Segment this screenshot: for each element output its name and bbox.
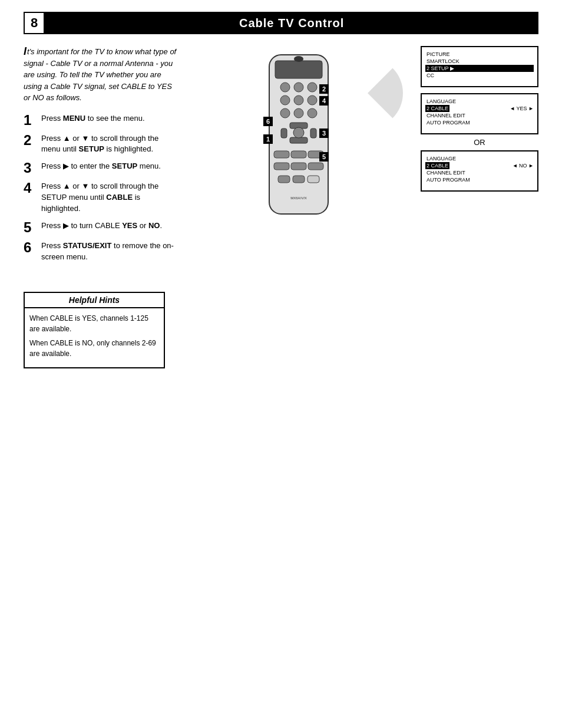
no-channel-edit: CHANNEL EDIT xyxy=(425,169,534,176)
step-2: 2 Press ▲ or ▼ to scroll through the men… xyxy=(24,133,177,156)
svg-text:5: 5 xyxy=(322,153,326,160)
svg-text:4: 4 xyxy=(322,97,326,104)
svg-point-11 xyxy=(308,108,317,118)
instructions-column: It's important for the TV to know what t… xyxy=(24,46,177,268)
no-cable-value: ◄ NO ► xyxy=(513,163,534,169)
step-5-text: Press ▶ to turn CABLE YES or NO. xyxy=(41,220,177,232)
page-header: 8 Cable TV Control xyxy=(24,12,538,34)
step-1: 1 Press MENU to see the menu. xyxy=(24,113,177,127)
svg-point-3 xyxy=(280,83,290,92)
yes-cable-row: 2 CABLE ◄ YES ► xyxy=(425,105,534,112)
hint-1: When CABLE is YES, channels 1-125 are av… xyxy=(29,313,159,334)
svg-point-5 xyxy=(308,83,317,92)
svg-text:2: 2 xyxy=(322,85,326,93)
yes-cable-value: ◄ YES ► xyxy=(510,106,534,111)
no-cable-row: 2 CABLE ◄ NO ► xyxy=(425,162,534,169)
step-5-number: 5 xyxy=(24,220,38,235)
menu-picture: PICTURE xyxy=(425,51,534,58)
svg-point-16 xyxy=(293,127,304,138)
svg-rect-25 xyxy=(308,176,319,183)
initial-letter: I xyxy=(24,46,27,57)
step-5: 5 Press ▶ to turn CABLE YES or NO. xyxy=(24,220,177,235)
step-2-number: 2 xyxy=(24,133,38,147)
svg-rect-21 xyxy=(291,163,306,170)
step-1-text: Press MENU to see the menu. xyxy=(41,113,177,124)
main-content: It's important for the TV to know what t… xyxy=(24,46,538,268)
page-number: 8 xyxy=(24,12,45,34)
svg-point-4 xyxy=(294,83,303,92)
cable-yes-screen: LANGUAGE 2 CABLE ◄ YES ► CHANNEL EDIT AU… xyxy=(421,93,538,134)
intro-text: It's important for the TV to know what t… xyxy=(24,46,177,104)
step-2-text: Press ▲ or ▼ to scroll through the menu … xyxy=(41,133,177,156)
menu-cc: CC xyxy=(425,72,534,79)
svg-rect-20 xyxy=(274,163,289,170)
svg-text:1: 1 xyxy=(266,136,270,143)
svg-text:6: 6 xyxy=(266,118,270,125)
svg-text:3: 3 xyxy=(322,130,326,137)
svg-rect-17 xyxy=(274,151,289,158)
step-4: 4 Press ▲ or ▼ to scroll through the SET… xyxy=(24,181,177,215)
step-6-number: 6 xyxy=(24,241,38,255)
no-auto-program: AUTO PROGRAM xyxy=(425,176,534,183)
step-3: 3 Press ▶ to enter the SETUP menu. xyxy=(24,161,177,175)
menu-setup-highlighted: 2 SETUP ▶ xyxy=(425,65,534,72)
yes-channel-edit: CHANNEL EDIT xyxy=(425,112,534,119)
svg-rect-23 xyxy=(278,176,290,183)
svg-rect-24 xyxy=(293,176,305,183)
helpful-hints-box: Helpful Hints When CABLE is YES, channel… xyxy=(24,292,165,368)
step-4-text: Press ▲ or ▼ to scroll through the SETUP… xyxy=(41,181,177,215)
setup-menu-screen: PICTURE SMARTLOCK 2 SETUP ▶ CC xyxy=(421,46,538,87)
svg-text:MX6A/V/X: MX6A/V/X xyxy=(290,196,307,200)
cable-no-screen: LANGUAGE 2 CABLE ◄ NO ► CHANNEL EDIT AUT… xyxy=(421,150,538,192)
svg-rect-14 xyxy=(281,129,287,138)
step-3-text: Press ▶ to enter the SETUP menu. xyxy=(41,161,177,172)
diagram-area: MX6A/V/X 2 4 6 1 3 xyxy=(189,46,409,268)
step-3-number: 3 xyxy=(24,161,38,175)
remote-svg: MX6A/V/X 2 4 6 1 3 xyxy=(252,52,346,229)
step-6: 6 Press STATUS/EXIT to remove the on-scr… xyxy=(24,241,177,263)
menu-smartlock: SMARTLOCK xyxy=(425,58,534,65)
svg-rect-22 xyxy=(308,163,323,170)
page-title: Cable TV Control xyxy=(45,13,538,34)
yes-cable-label: 2 CABLE xyxy=(425,105,449,112)
svg-point-8 xyxy=(308,95,317,105)
svg-point-6 xyxy=(280,95,290,105)
svg-point-9 xyxy=(280,108,290,118)
hint-2: When CABLE is NO, only channels 2-69 are… xyxy=(29,338,159,359)
svg-rect-1 xyxy=(275,61,322,78)
no-language-label: LANGUAGE xyxy=(425,155,534,162)
svg-point-10 xyxy=(294,108,303,118)
or-divider: OR xyxy=(421,138,538,147)
yes-language-label: LANGUAGE xyxy=(425,98,534,105)
page: 8 Cable TV Control It's important for th… xyxy=(0,0,562,728)
screens-column: PICTURE SMARTLOCK 2 SETUP ▶ CC LANGUAGE … xyxy=(421,46,538,268)
svg-point-2 xyxy=(294,56,303,62)
step-1-number: 1 xyxy=(24,113,38,127)
svg-point-7 xyxy=(294,95,303,105)
svg-rect-15 xyxy=(310,129,316,138)
hints-title: Helpful Hints xyxy=(25,293,164,308)
hints-content: When CABLE is YES, channels 1-125 are av… xyxy=(25,308,164,367)
yes-auto-program: AUTO PROGRAM xyxy=(425,119,534,126)
no-cable-label: 2 CABLE xyxy=(425,162,449,169)
step-4-number: 4 xyxy=(24,181,38,195)
remote-diagram: MX6A/V/X 2 4 6 1 3 xyxy=(252,52,346,231)
svg-rect-18 xyxy=(291,151,306,158)
step-6-text: Press STATUS/EXIT to remove the on-scree… xyxy=(41,241,177,263)
